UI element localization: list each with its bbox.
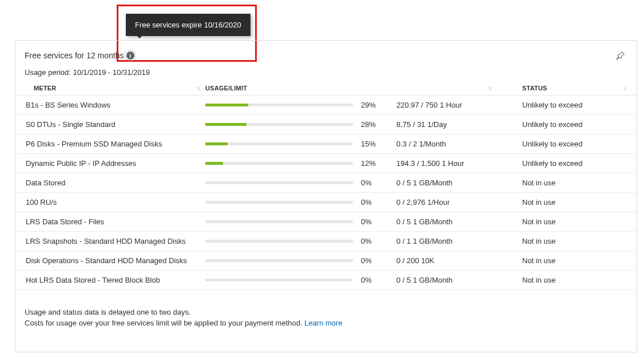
usage-percent: 29% [361, 101, 396, 109]
info-tooltip: Free services expire 10/16/2020 [126, 14, 251, 36]
usage-limit: 0 / 5 1 GB/Month [396, 217, 497, 226]
usage-limit: 8.75 / 31 1/Day [396, 120, 497, 129]
usage-bar [205, 279, 361, 281]
usage-limit: 0 / 5 1 GB/Month [396, 276, 497, 284]
usage-percent: 0% [361, 217, 396, 226]
usage-bar [205, 181, 361, 184]
usage-bar [205, 162, 361, 165]
sort-icon: ↑↓ [623, 85, 632, 92]
usage-percent: 0% [361, 256, 396, 265]
usage-percent: 0% [361, 237, 396, 245]
usage-bar [205, 220, 361, 223]
status-text: Not in use [497, 178, 632, 187]
meter-name: P6 Disks - Premium SSD Managed Disks [26, 140, 205, 148]
status-text: Not in use [497, 198, 632, 207]
usage-percent: 12% [361, 159, 396, 168]
column-header-usage[interactable]: USAGE/LIMIT ↑↓ [205, 85, 497, 92]
learn-more-link[interactable]: Learn more [304, 319, 342, 327]
usage-bar [205, 240, 361, 243]
status-text: Unlikely to exceed [497, 140, 632, 148]
sort-icon: ↑↓ [488, 85, 497, 92]
table-row: Data Stored0%0 / 5 1 GB/MonthNot in use [15, 173, 637, 193]
table-row: Dynamic Public IP - IP Addresses12%194.3… [15, 154, 637, 173]
usage-bar [205, 201, 361, 204]
usage-limit: 220.97 / 750 1 Hour [396, 101, 497, 109]
usage-limit: 0 / 200 10K [396, 256, 497, 265]
column-header-status[interactable]: STATUS ↑↓ [497, 85, 632, 92]
usage-bar [205, 259, 361, 262]
usage-limit: 194.3 / 1,500 1 Hour [396, 159, 497, 168]
table-row: Hot LRS Data Stored - Tiered Block Blob0… [15, 271, 637, 290]
meter-name: 100 RU/s [26, 198, 205, 207]
table-row: S0 DTUs - Single Standard28%8.75 / 31 1/… [15, 115, 637, 134]
usage-percent: 28% [361, 120, 396, 129]
status-text: Unlikely to exceed [497, 101, 632, 109]
usage-bar [205, 104, 361, 106]
table-row: B1s - BS Series Windows29%220.97 / 750 1… [15, 96, 637, 115]
pin-icon [616, 51, 625, 60]
footer-line2: Costs for usage over your free services … [25, 319, 304, 327]
status-text: Unlikely to exceed [497, 120, 632, 129]
status-text: Not in use [497, 217, 632, 226]
table-row: LRS Snapshots - Standard HDD Managed Dis… [15, 232, 637, 251]
table-row: Disk Operations - Standard HDD Managed D… [15, 251, 637, 271]
info-icon[interactable]: i [126, 51, 134, 60]
status-text: Not in use [497, 276, 632, 284]
data-rows-scroll[interactable]: B1s - BS Series Windows29%220.97 / 750 1… [15, 95, 637, 302]
usage-percent: 0% [361, 198, 396, 207]
meter-name: S0 DTUs - Single Standard [26, 120, 205, 129]
table-row: 100 RU/s0%0 / 2,976 1/HourNot in use [15, 193, 637, 212]
panel-title: Free services for 12 months [25, 51, 124, 60]
meter-name: Data Stored [26, 178, 205, 187]
meter-name: LRS Data Stored - Files [26, 217, 205, 226]
column-header-status-label: STATUS [522, 85, 547, 92]
usage-limit: 0 / 5 1 GB/Month [396, 178, 497, 187]
info-tooltip-text: Free services expire 10/16/2020 [135, 21, 241, 29]
pin-button[interactable] [614, 49, 627, 62]
table-row: P6 Disks - Premium SSD Managed Disks15%0… [15, 134, 637, 154]
usage-limit: 0 / 1 1 GB/Month [396, 237, 497, 245]
free-services-panel: Free services for 12 months i Usage peri… [15, 40, 637, 352]
usage-period: Usage period: 10/1/2019 - 10/31/2019 [15, 62, 637, 81]
status-text: Unlikely to exceed [497, 159, 632, 168]
meter-name: Hot LRS Data Stored - Tiered Block Blob [26, 276, 205, 284]
footer-line1: Usage and status data is delayed one to … [25, 307, 627, 318]
footer-note: Usage and status data is delayed one to … [15, 302, 637, 329]
usage-percent: 0% [361, 178, 396, 187]
column-headers: METER ↑↓ USAGE/LIMIT ↑↓ STATUS ↑↓ [15, 81, 637, 95]
usage-percent: 15% [361, 140, 396, 148]
column-header-usage-label: USAGE/LIMIT [205, 85, 247, 92]
usage-limit: 0 / 2,976 1/Hour [396, 198, 497, 207]
status-text: Not in use [497, 256, 632, 265]
status-text: Not in use [497, 237, 632, 245]
usage-percent: 0% [361, 276, 396, 284]
usage-bar [205, 142, 361, 145]
meter-name: Disk Operations - Standard HDD Managed D… [26, 256, 205, 265]
usage-limit: 0.3 / 2 1/Month [396, 140, 497, 148]
column-header-meter-label: METER [34, 85, 57, 92]
meter-name: B1s - BS Series Windows [26, 101, 205, 109]
table-row: LRS Data Stored - Files0%0 / 5 1 GB/Mont… [15, 212, 637, 232]
meter-name: LRS Snapshots - Standard HDD Managed Dis… [26, 237, 205, 245]
meter-name: Dynamic Public IP - IP Addresses [26, 159, 205, 168]
usage-bar [205, 123, 361, 126]
column-header-meter[interactable]: METER ↑↓ [34, 85, 205, 92]
sort-icon: ↑↓ [196, 85, 205, 92]
